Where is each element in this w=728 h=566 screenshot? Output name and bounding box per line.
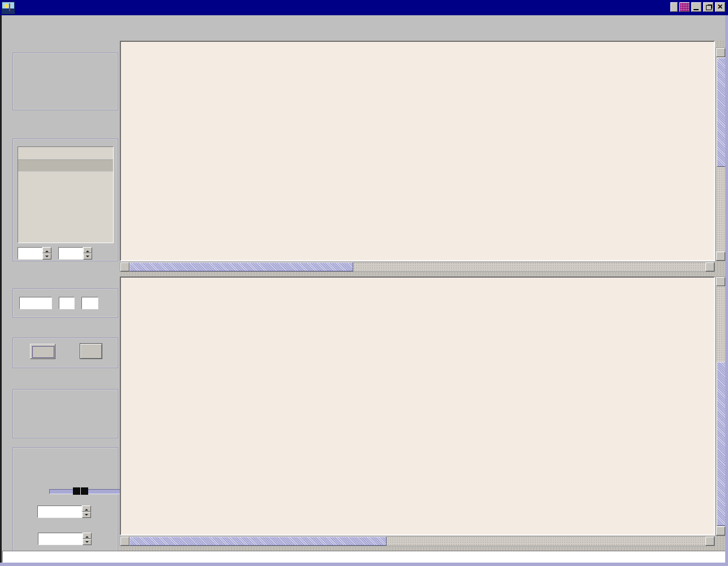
calendar xyxy=(18,146,114,243)
diff-minutes-input[interactable] xyxy=(81,297,98,309)
minute-input[interactable] xyxy=(58,247,83,260)
titlebar-pattern-button[interactable] xyxy=(679,2,690,12)
minimize-icon xyxy=(694,9,699,10)
addhygro-spinner[interactable] xyxy=(83,533,92,545)
titlebar-dropdown-button[interactable] xyxy=(670,2,678,12)
app-window: ✕ xyxy=(0,0,728,566)
addtemp-input[interactable] xyxy=(37,505,82,518)
curve-color-swatch xyxy=(32,346,54,358)
calendar-header xyxy=(18,147,113,159)
set-date-group xyxy=(12,139,118,261)
hygro-vscroll-thumb[interactable] xyxy=(717,362,726,526)
edit-mode-group xyxy=(12,53,118,110)
app-icon[interactable] xyxy=(2,2,15,14)
addtemp-spinner[interactable] xyxy=(82,505,91,518)
minimize-button[interactable] xyxy=(691,2,701,12)
scroll-up-icon[interactable] xyxy=(716,277,725,286)
close-button[interactable]: ✕ xyxy=(715,2,725,12)
status-bar xyxy=(2,551,726,563)
time-difference-group xyxy=(12,288,118,318)
details-slider-track[interactable] xyxy=(49,489,129,494)
window-bottom-edge xyxy=(0,563,728,566)
diff-days-input[interactable] xyxy=(19,297,52,309)
details-slider-thumb[interactable] xyxy=(73,487,88,495)
curve-color-group xyxy=(12,338,118,368)
hygro-vscrollbar[interactable] xyxy=(716,276,726,536)
scroll-right-icon[interactable] xyxy=(705,262,714,271)
time-row xyxy=(18,247,99,260)
thermo-hscrollbar[interactable] xyxy=(120,262,715,272)
curve-color-swatch-button[interactable] xyxy=(30,344,55,359)
window-right-edge xyxy=(725,15,728,566)
chart-area xyxy=(120,40,728,551)
scroll-down-icon[interactable] xyxy=(716,252,725,261)
thermo-hscroll-thumb[interactable] xyxy=(129,262,353,271)
reset-color-button[interactable] xyxy=(80,343,102,359)
thermo-hscroll-track[interactable] xyxy=(353,262,705,271)
calendar-weekday-row xyxy=(18,159,113,172)
sidebar xyxy=(2,40,120,551)
minute-spinner[interactable] xyxy=(83,247,92,260)
diff-hours-input[interactable] xyxy=(59,297,75,309)
thermo-chart-canvas[interactable] xyxy=(120,41,715,261)
scroll-up-icon[interactable] xyxy=(716,48,725,57)
tune-curve-group xyxy=(12,447,118,553)
scroll-left-icon[interactable] xyxy=(120,537,129,546)
hygro-hscrollbar[interactable] xyxy=(120,536,715,546)
restore-button[interactable] xyxy=(703,2,713,12)
hour-input[interactable] xyxy=(18,247,42,260)
hygro-hscroll-thumb[interactable] xyxy=(129,537,387,546)
scroll-left-icon[interactable] xyxy=(120,262,129,271)
window-buttons: ✕ xyxy=(670,2,725,12)
thermo-vscrollbar[interactable] xyxy=(716,47,726,261)
title-bar[interactable]: ✕ xyxy=(0,0,728,15)
thermo-vscroll-thumb[interactable] xyxy=(717,58,726,167)
hygro-hscroll-track[interactable] xyxy=(387,537,705,546)
close-icon: ✕ xyxy=(717,3,723,11)
scroll-down-icon[interactable] xyxy=(716,526,725,535)
details-slider[interactable] xyxy=(49,487,128,495)
addhygro-input[interactable] xyxy=(38,533,83,545)
restore-icon xyxy=(706,5,712,10)
scroll-right-icon[interactable] xyxy=(705,537,714,546)
hour-spinner[interactable] xyxy=(42,247,51,260)
show-group xyxy=(12,389,118,438)
hygro-chart-canvas[interactable] xyxy=(120,276,715,535)
